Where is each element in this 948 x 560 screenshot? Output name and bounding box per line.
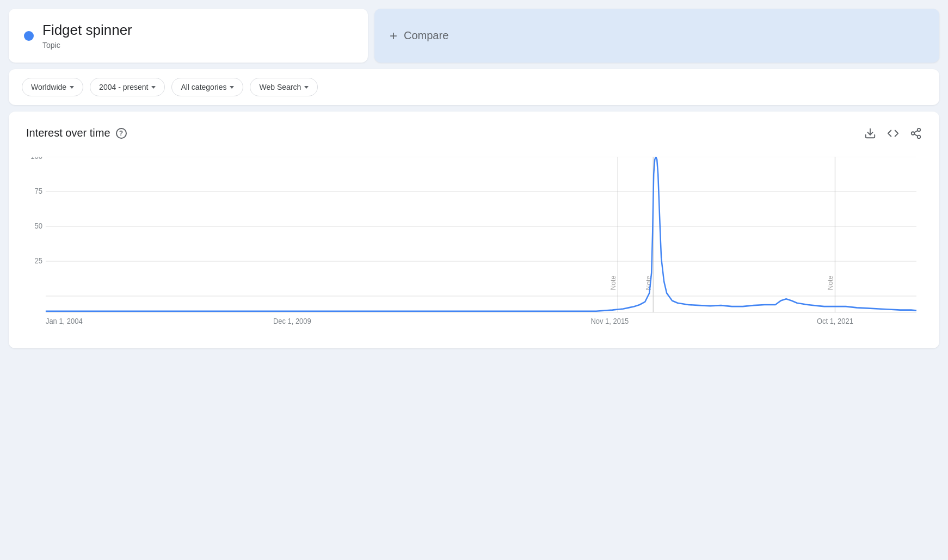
topic-type: Topic — [42, 41, 132, 50]
geo-filter[interactable]: Worldwide — [22, 78, 83, 96]
chart-card: Interest over time ? — [9, 112, 939, 348]
download-icon[interactable] — [864, 127, 876, 139]
trend-line — [46, 157, 916, 311]
compare-label: Compare — [404, 29, 448, 42]
svg-text:Note: Note — [610, 275, 618, 290]
svg-text:Dec 1, 2009: Dec 1, 2009 — [273, 317, 311, 325]
compare-card[interactable]: + Compare — [374, 9, 939, 63]
chart-title-area: Interest over time ? — [26, 127, 127, 139]
svg-text:100: 100 — [30, 157, 42, 161]
chart-header: Interest over time ? — [26, 127, 922, 139]
chart-title: Interest over time — [26, 127, 110, 139]
svg-text:50: 50 — [35, 222, 42, 230]
compare-plus-icon: + — [390, 28, 397, 44]
search-type-filter-chevron — [304, 86, 309, 89]
svg-line-4 — [914, 134, 918, 136]
category-filter-label: All categories — [181, 83, 226, 91]
svg-text:25: 25 — [35, 257, 42, 265]
topic-name: Fidget spinner — [42, 22, 132, 39]
topic-info: Fidget spinner Topic — [42, 22, 132, 50]
chart-area: 100 75 50 25 Note Note Note — [26, 157, 922, 331]
time-filter[interactable]: 2004 - present — [90, 78, 165, 96]
svg-text:75: 75 — [35, 187, 42, 195]
time-filter-label: 2004 - present — [99, 83, 148, 91]
search-type-filter[interactable]: Web Search — [250, 78, 318, 96]
search-topic-card: Fidget spinner Topic — [9, 9, 368, 63]
help-icon[interactable]: ? — [116, 128, 127, 139]
svg-line-5 — [914, 131, 918, 133]
filter-row: Worldwide 2004 - present All categories … — [9, 69, 939, 105]
interest-chart: 100 75 50 25 Note Note Note — [26, 157, 922, 331]
svg-text:Nov 1, 2015: Nov 1, 2015 — [590, 317, 629, 325]
svg-text:Oct 1, 2021: Oct 1, 2021 — [817, 317, 853, 325]
svg-text:Note: Note — [827, 275, 835, 290]
geo-filter-label: Worldwide — [31, 83, 66, 91]
category-filter[interactable]: All categories — [171, 78, 243, 96]
geo-filter-chevron — [70, 86, 74, 89]
chart-actions — [864, 127, 922, 139]
topic-dot — [24, 31, 34, 41]
category-filter-chevron — [230, 86, 234, 89]
embed-icon[interactable] — [887, 127, 899, 139]
svg-text:Jan 1, 2004: Jan 1, 2004 — [46, 317, 83, 325]
search-type-filter-label: Web Search — [259, 83, 301, 91]
share-icon[interactable] — [910, 127, 922, 139]
time-filter-chevron — [151, 86, 156, 89]
